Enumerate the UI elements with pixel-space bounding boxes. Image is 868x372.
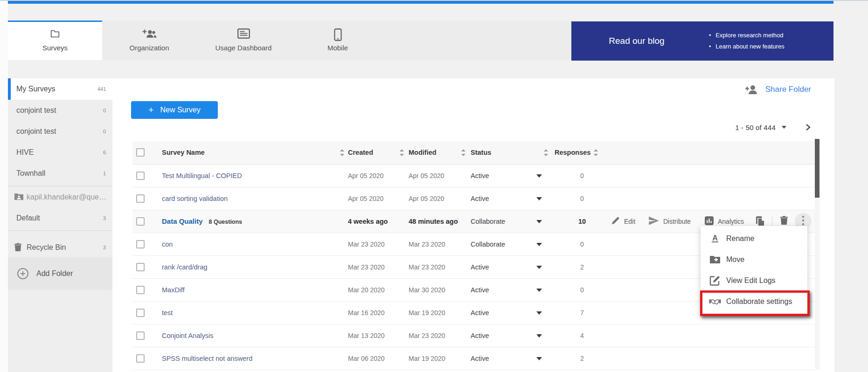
status-dropdown-icon[interactable] (536, 197, 542, 200)
distribute-action[interactable]: Distribute (648, 210, 691, 233)
row-checkbox[interactable] (136, 240, 145, 248)
row-checkbox[interactable] (136, 194, 145, 203)
row-checkbox[interactable] (136, 331, 145, 340)
add-circle-icon (17, 268, 29, 280)
sidebar-item-townhall[interactable]: Townhall1 (8, 163, 112, 184)
survey-name-link[interactable]: con (162, 233, 173, 255)
banner-bullet-list: Explore research methodLearn about new f… (709, 30, 785, 52)
row-checkbox[interactable] (136, 172, 145, 180)
row-checkbox[interactable] (136, 286, 145, 294)
question-count-badge: 8 Questions (209, 219, 243, 225)
sort-icon[interactable] (340, 149, 344, 156)
menu-item-view-edit-logs[interactable]: View Edit Logs (701, 270, 807, 291)
person-add-icon (102, 28, 196, 41)
menu-item-rename[interactable]: ARename (701, 228, 807, 249)
status-cell: Collaborate (471, 233, 505, 255)
folder-label: My Surveys (16, 85, 56, 93)
status-dropdown-icon[interactable] (536, 289, 542, 292)
column-header[interactable]: Survey Name (162, 141, 205, 164)
survey-name-link[interactable]: test (162, 302, 173, 324)
modified-cell: Apr 05 2020 (409, 187, 444, 210)
status-cell: Active (471, 165, 489, 187)
survey-name-link[interactable]: SPSS multiselect not answerd (162, 347, 252, 370)
pagination-dropdown-icon[interactable] (782, 126, 786, 129)
share-folder-button[interactable]: Share Folder (745, 82, 811, 97)
modified-cell: Mar 30 2020 (409, 279, 445, 301)
status-dropdown-icon[interactable] (536, 220, 542, 223)
row-checkbox[interactable] (136, 354, 145, 363)
tab-organization[interactable]: Organization (102, 21, 196, 60)
mobile-icon (291, 28, 385, 41)
folder-label: conjoint test (16, 106, 56, 115)
status-dropdown-icon[interactable] (536, 243, 542, 246)
sort-icon[interactable] (544, 149, 548, 156)
menu-item-collaborate-settings[interactable]: Collaborate settings (701, 291, 807, 312)
sidebar-item-hive[interactable]: HIVE6 (8, 142, 112, 163)
column-header[interactable]: Modified (409, 141, 437, 164)
folder-count: 6 (103, 150, 106, 155)
share-folder-label: Share Folder (765, 85, 811, 94)
tab-usage-dashboard[interactable]: Usage Dashboard (196, 21, 291, 60)
survey-name-link[interactable]: MaxDiff (162, 279, 185, 301)
status-dropdown-icon[interactable] (536, 174, 542, 178)
sort-icon[interactable] (400, 149, 404, 156)
created-cell: 4 weeks ago (348, 210, 388, 233)
sidebar-item-kapil-khandekar-que[interactable]: kapil.khandekar@que… (8, 186, 112, 207)
survey-row: Test Multilingual - COPIEDApr 05 2020Apr… (132, 165, 815, 187)
column-header[interactable]: Created (348, 141, 373, 164)
status-dropdown-icon[interactable] (536, 357, 542, 360)
responses-cell: 4 (568, 324, 596, 347)
folder-label: conjoint test (16, 127, 56, 136)
column-header[interactable]: Status (471, 141, 491, 164)
edit-logs-icon (709, 275, 721, 287)
sidebar-item-default[interactable]: Default3 (8, 207, 112, 228)
survey-row: Conjoint AnalysisMar 13 2020Mar 23 2020A… (132, 324, 815, 347)
banner-title[interactable]: Read our blog (571, 21, 702, 61)
responses-cell: 0 (568, 187, 596, 210)
menu-item-move[interactable]: Move (701, 249, 807, 270)
blog-banner[interactable]: Read our blog Explore research methodLea… (571, 21, 833, 61)
add-folder-label: Add Folder (36, 269, 73, 278)
created-cell: Mar 13 2020 (348, 324, 385, 347)
created-cell: Mar 16 2020 (348, 302, 385, 324)
row-checkbox[interactable] (136, 217, 145, 226)
folder-icon (8, 28, 102, 41)
survey-name-link[interactable]: Test Multilingual - COPIED (162, 165, 242, 187)
sort-icon[interactable] (594, 149, 598, 156)
row-checkbox[interactable] (136, 263, 145, 271)
next-page-icon[interactable] (804, 124, 812, 131)
banner-bullet: Learn about new features (709, 41, 785, 52)
row-checkbox[interactable] (136, 309, 145, 317)
modified-cell: Apr 05 2020 (409, 165, 444, 187)
folder-label: HIVE (16, 148, 34, 157)
select-all-checkbox[interactable] (136, 148, 145, 157)
sidebar-item-conjoint-test[interactable]: conjoint test0 (8, 100, 112, 121)
sidebar-item-recycle-bin[interactable]: Recycle Bin3 (8, 234, 112, 260)
status-dropdown-icon[interactable] (536, 334, 542, 338)
survey-name-link[interactable]: Conjoint Analysis (162, 324, 213, 347)
sidebar-item-conjoint-test[interactable]: conjoint test0 (8, 121, 112, 142)
responses-cell: 0 (568, 233, 596, 255)
tab-mobile[interactable]: Mobile (291, 21, 385, 60)
status-cell: Active (471, 256, 489, 278)
scrollbar-thumb[interactable] (815, 139, 819, 198)
status-dropdown-icon[interactable] (536, 266, 542, 269)
status-cell: Collaborate (471, 210, 505, 233)
column-header[interactable]: Responses (555, 141, 590, 164)
survey-name-link[interactable]: rank /card/drag (162, 256, 208, 278)
survey-name-link[interactable]: Data Quality8 Questions (162, 210, 242, 233)
sort-icon[interactable] (461, 149, 465, 156)
edit-action[interactable]: Edit (611, 210, 635, 233)
left-page-margin (0, 1, 8, 372)
surveys-main-panel: Share Folder + New Survey 1 - 50 of 444 … (112, 78, 834, 372)
folder-label: Recycle Bin (27, 243, 66, 252)
new-survey-button[interactable]: + New Survey (131, 101, 218, 119)
add-folder-button[interactable]: Add Folder (8, 257, 112, 290)
tab-surveys[interactable]: Surveys (8, 21, 102, 60)
responses-cell: 0 (568, 279, 596, 301)
survey-name-link[interactable]: card sorting validation (162, 187, 228, 210)
trash-icon (780, 216, 788, 227)
sidebar-item-my-surveys[interactable]: My Surveys441 (8, 78, 112, 100)
status-dropdown-icon[interactable] (536, 311, 542, 315)
created-cell: Apr 05 2020 (348, 165, 383, 187)
